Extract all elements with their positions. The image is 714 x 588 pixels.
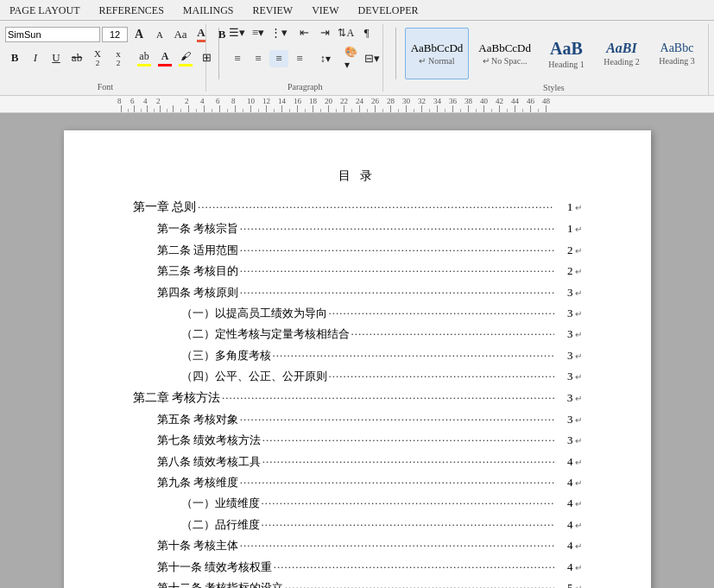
ruler-label: 6 — [216, 97, 220, 105]
ruler-tick — [359, 105, 360, 112]
show-hide-btn[interactable]: ¶ — [357, 24, 376, 41]
superscript-btn[interactable]: x2 — [109, 47, 128, 69]
ribbon: PAGE LAYOUT REFERENCES MAILINGS REVIEW V… — [0, 0, 714, 96]
border-para-btn[interactable]: ⊟▾ — [363, 50, 382, 67]
toc-item-text: （三）多角度考核 — [181, 345, 271, 365]
align-right-btn[interactable]: ≡ — [269, 50, 288, 67]
text-effects-btn[interactable]: A — [192, 24, 211, 44]
toc-page-num: 2 — [556, 240, 573, 260]
font-size-down-btn[interactable]: A — [150, 28, 169, 41]
paragraph-group: ☰▾ ≡▾ ⋮▾ ⇤ ⇥ ⇅A ¶ ≡ ≡ ≡ ≡ ↕▾ — [228, 24, 383, 92]
sort-btn[interactable]: ⇅A — [337, 25, 356, 41]
toc-item-text: 第二条 适用范围 — [157, 240, 238, 260]
tab-view[interactable]: VIEW — [302, 1, 348, 20]
toc-newline: ↵ — [575, 264, 582, 280]
ruler-tick — [499, 105, 500, 112]
font-size-up-btn[interactable]: A — [130, 26, 148, 43]
ruler-half-tick — [491, 109, 492, 112]
style-normal[interactable]: AaBbCcDd ↵ Normal — [405, 28, 470, 79]
ruler-tick — [421, 105, 422, 112]
ruler-half-tick — [167, 109, 167, 112]
doc-title: 目 录 — [133, 165, 582, 187]
toc-dots — [240, 472, 554, 492]
toc-page-num: 4 — [556, 452, 573, 471]
ruler-half-tick — [180, 109, 181, 112]
font-color-btn[interactable]: A — [155, 48, 174, 68]
ruler-half-tick — [538, 109, 539, 112]
style-heading3[interactable]: AaBbc Heading 3 — [651, 28, 703, 79]
italic-btn[interactable]: I — [26, 49, 45, 66]
ruler-tick — [468, 105, 469, 112]
toc-newline: ↵ — [575, 349, 582, 364]
ruler-half-tick — [227, 109, 228, 112]
document-area[interactable]: 目 录 第一章 总则1↵第一条 考核宗旨1↵第二条 适用范围2↵第三条 考核目的… — [0, 113, 714, 588]
tab-mailings[interactable]: MAILINGS — [174, 1, 243, 20]
ruler-label: 42 — [496, 97, 503, 105]
toc-newline: ↵ — [575, 560, 582, 576]
style-h2-text: AaBI — [606, 41, 637, 56]
ruler-label: 44 — [511, 97, 519, 105]
tab-page-layout[interactable]: PAGE LAYOUT — [0, 1, 89, 20]
decrease-indent-btn[interactable]: ⇤ — [295, 24, 314, 41]
ruler-tick — [375, 105, 376, 112]
toc-item-text: （二）定性考核与定量考核相结合 — [181, 324, 350, 344]
justify-btn[interactable]: ≡ — [290, 50, 309, 67]
document-page: 目 录 第一章 总则1↵第一条 考核宗旨1↵第二条 适用范围2↵第三条 考核目的… — [64, 130, 651, 588]
ruler-label: 4 — [143, 97, 148, 105]
ruler-tick — [204, 105, 205, 112]
toc-item-text: （一）以提高员工绩效为导向 — [181, 303, 327, 323]
tab-developer[interactable]: DEVELOPER — [348, 1, 427, 20]
strikethrough-btn[interactable]: ab — [67, 49, 86, 66]
toc-newline: ↵ — [575, 370, 582, 385]
shading-para-btn[interactable]: 🎨▾ — [342, 44, 361, 73]
numbering-btn[interactable]: ≡▾ — [249, 24, 268, 41]
toc-item: （一）以提高员工绩效为导向3↵ — [133, 303, 582, 323]
align-left-btn[interactable]: ≡ — [228, 50, 247, 67]
toc-item: 第十条 考核主体4↵ — [133, 535, 582, 555]
ruler-label: 8 — [231, 97, 236, 105]
ruler-label: 36 — [449, 97, 457, 105]
toc-newline: ↵ — [575, 581, 582, 588]
clear-format-btn[interactable]: Aa — [171, 26, 190, 43]
tab-review[interactable]: REVIEW — [243, 1, 303, 20]
font-size-input[interactable] — [102, 27, 128, 42]
ruler-label: 20 — [325, 97, 332, 105]
ruler-half-tick — [274, 109, 275, 112]
toc-item: （四）公平、公正、公开原则3↵ — [133, 366, 582, 386]
toc-dots — [285, 578, 554, 588]
ruler-tick — [188, 105, 189, 112]
underline-btn[interactable]: U — [47, 49, 66, 66]
toc-item: 第一章 总则1↵ — [133, 197, 582, 218]
bullets-btn[interactable]: ☰▾ — [228, 24, 247, 41]
text-highlight-btn[interactable]: ab — [135, 48, 154, 68]
ruler-tick — [483, 105, 484, 112]
subscript-btn[interactable]: X2 — [88, 47, 107, 69]
toc-page-num: 5 — [556, 578, 573, 588]
toc-newline: ↵ — [575, 307, 582, 322]
line-spacing-btn[interactable]: ↕▾ — [316, 51, 335, 67]
bold-btn2[interactable]: B — [5, 49, 24, 66]
style-heading2[interactable]: AaBI Heading 2 — [596, 28, 648, 79]
tab-references[interactable]: REFERENCES — [89, 1, 173, 20]
toc-page-num: 3 — [556, 345, 573, 365]
font-name-input[interactable] — [5, 27, 100, 42]
toc-newline: ↵ — [575, 243, 582, 259]
toc-dots — [222, 388, 554, 408]
ruler-tick — [281, 105, 282, 112]
toc-newline: ↵ — [575, 433, 582, 449]
ruler-tick — [515, 105, 515, 112]
align-center-btn[interactable]: ≡ — [249, 50, 268, 67]
style-no-spacing[interactable]: AaBbCcDd ↵ No Spac... — [472, 28, 537, 79]
ruler-half-tick — [398, 109, 399, 112]
toc-newline: ↵ — [575, 455, 582, 471]
style-heading1[interactable]: AaB Heading 1 — [540, 28, 592, 79]
toc-item-text: 第九条 考核维度 — [157, 472, 238, 492]
multilevel-btn[interactable]: ⋮▾ — [269, 24, 288, 41]
toc-item-text: （一）业绩维度 — [181, 493, 260, 513]
increase-indent-btn[interactable]: ⇥ — [316, 24, 335, 41]
ruler-label: 22 — [340, 97, 348, 105]
shading-btn[interactable]: 🖌 — [176, 48, 195, 68]
borders-btn[interactable]: ⊞ — [197, 49, 216, 66]
toc-item-text: 第四条 考核原则 — [157, 282, 238, 302]
style-h3-label: Heading 3 — [659, 56, 694, 66]
